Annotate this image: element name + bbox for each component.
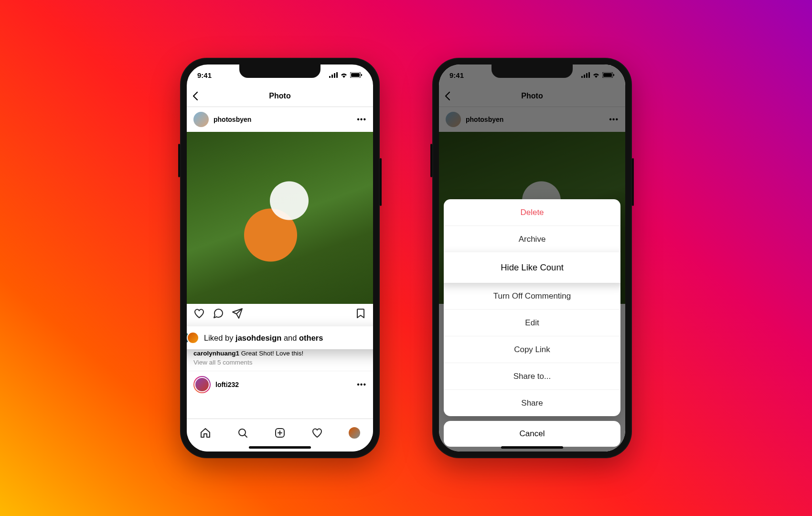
wifi-icon	[340, 72, 348, 78]
page-title: Photo	[269, 92, 290, 100]
home-indicator	[501, 446, 563, 449]
screen-right: 9:41 Photo photosbyen •••	[439, 64, 625, 452]
sheet-hide-like-count[interactable]: Hide Like Count	[444, 252, 620, 283]
status-icons	[329, 72, 363, 78]
device-notch	[239, 64, 321, 78]
liked-by-callout[interactable]: Liked by jasohdesign and others	[187, 326, 373, 349]
comment-button[interactable]	[213, 308, 224, 319]
svg-rect-1	[331, 75, 333, 78]
sheet-archive[interactable]: Archive	[444, 226, 620, 252]
post-header: photosbyen •••	[187, 107, 373, 132]
search-icon	[237, 427, 248, 439]
view-all-comments[interactable]: View all 5 comments	[187, 358, 373, 367]
svg-rect-6	[361, 74, 362, 76]
sheet-edit[interactable]: Edit	[444, 309, 620, 336]
author-avatar[interactable]	[193, 112, 209, 127]
like-button[interactable]	[193, 308, 205, 319]
home-indicator	[249, 446, 311, 449]
battery-icon	[350, 72, 363, 78]
phone-left: 9:41 Photo photosbyen •••	[180, 58, 380, 458]
screen-left: 9:41 Photo photosbyen •••	[187, 64, 373, 452]
phone-right: 9:41 Photo photosbyen •••	[432, 58, 632, 458]
share-button[interactable]	[232, 308, 243, 319]
sheet-share[interactable]: Share	[444, 389, 620, 416]
chevron-left-icon	[192, 91, 198, 101]
promo-stage: 9:41 Photo photosbyen •••	[0, 0, 812, 516]
next-author-username[interactable]: lofti232	[215, 381, 239, 388]
back-button[interactable]	[192, 91, 198, 101]
sheet-cancel[interactable]: Cancel	[444, 421, 620, 447]
svg-rect-3	[336, 72, 338, 78]
tab-create[interactable]	[274, 427, 286, 439]
post-actions	[187, 304, 373, 321]
heart-outline-icon	[311, 427, 323, 439]
heart-icon	[193, 308, 205, 319]
post-more-button[interactable]: •••	[357, 115, 366, 124]
signal-icon	[329, 72, 338, 78]
author-username[interactable]: photosbyen	[214, 116, 251, 123]
tab-search[interactable]	[237, 427, 248, 439]
sheet-copy-link[interactable]: Copy Link	[444, 336, 620, 363]
sheet-delete[interactable]: Delete	[444, 199, 620, 226]
next-post-header: lofti232 •••	[187, 371, 373, 398]
sheet-turn-off-commenting[interactable]: Turn Off Commenting	[444, 283, 620, 309]
svg-rect-0	[329, 76, 331, 78]
send-icon	[232, 308, 243, 319]
home-icon	[200, 427, 211, 439]
sheet-share-to[interactable]: Share to...	[444, 363, 620, 389]
svg-rect-5	[351, 73, 360, 77]
liked-by-avatars	[187, 332, 199, 344]
bookmark-icon	[355, 308, 366, 319]
tab-profile[interactable]	[349, 427, 360, 439]
comment-icon	[213, 308, 224, 319]
tab-home[interactable]	[200, 427, 211, 439]
device-notch	[491, 64, 573, 78]
next-author-avatar[interactable]	[193, 376, 211, 393]
navbar: Photo	[187, 86, 373, 107]
liked-by-text: Liked by jasohdesign and others	[204, 333, 323, 343]
action-sheet: Delete Archive Hide Like Count Turn Off …	[444, 199, 620, 447]
status-time: 9:41	[197, 71, 212, 79]
next-post-more-button[interactable]: •••	[357, 380, 366, 389]
post-photo[interactable]	[187, 132, 373, 304]
svg-line-8	[245, 435, 247, 437]
plus-square-icon	[274, 427, 286, 439]
svg-rect-2	[334, 73, 335, 78]
save-button[interactable]	[355, 308, 366, 319]
action-sheet-list: Delete Archive Hide Like Count Turn Off …	[444, 199, 620, 416]
tab-activity[interactable]	[311, 427, 323, 439]
